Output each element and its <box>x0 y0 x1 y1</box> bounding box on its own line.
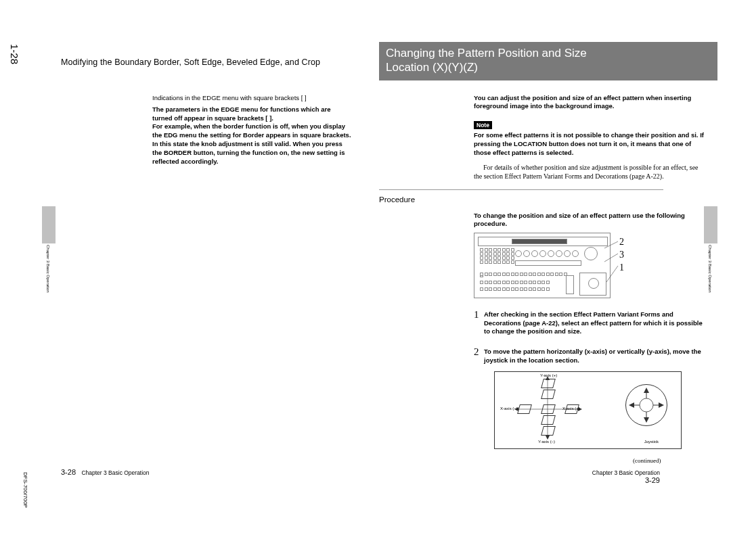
axis-x-plus: X-axis (+) <box>562 406 580 411</box>
edge-paragraph-2: For example, when the border function is… <box>152 122 352 140</box>
step-2-number: 2 <box>474 347 484 365</box>
note-tag: Note <box>474 121 492 129</box>
control-panel-icon <box>474 233 611 298</box>
device-illustration: 2 3 1 <box>474 233 704 298</box>
svg-marker-69 <box>659 402 664 408</box>
edge-paragraph-1: The parameters in the EDGE menu for func… <box>152 106 352 123</box>
step-1-text: After checking in the section Effect Pat… <box>484 310 704 335</box>
step-1-number: 1 <box>474 310 484 335</box>
step-2-text: To move the pattern horizontally (x-axis… <box>484 348 704 365</box>
footer-left-page: 3-28 <box>61 468 76 476</box>
joystick-label: Joystick <box>644 440 659 444</box>
callout-2: 2 <box>619 236 624 249</box>
footer-right: Chapter 3 Basic Operation 3-29 <box>582 469 660 484</box>
model-label-vertical: DFS-700/700P <box>22 472 28 508</box>
step-1: 1 After checking in the section Effect P… <box>474 310 704 335</box>
joystick-diagram: Y-axis (+) Y-axis (–) X-axis (–) X-axis … <box>494 371 682 449</box>
footer-right-chapter: Chapter 3 Basic Operation <box>592 469 660 476</box>
axis-x-minus: X-axis (–) <box>500 406 518 411</box>
joystick-icon <box>625 384 667 426</box>
svg-marker-66 <box>644 388 649 393</box>
footer-left-chapter: Chapter 3 Basic Operation <box>81 469 149 476</box>
axis-y-plus: Y-axis (+) <box>540 373 557 377</box>
edge-paragraph-3: In this state the knob adjustment is sti… <box>152 140 352 166</box>
callout-1: 1 <box>619 262 624 275</box>
footer-left: 3-28 Chapter 3 Basic Operation <box>61 468 150 476</box>
section-banner: Changing the Pattern Position and Size L… <box>379 42 717 80</box>
page-tab-vertical: 1-28 <box>9 44 20 64</box>
procedure-label: Procedure <box>379 195 714 204</box>
right-page: Changing the Pattern Position and Size L… <box>379 42 714 449</box>
intro-text: You can adjust the position and size of … <box>474 94 704 112</box>
svg-line-56 <box>604 241 618 248</box>
callout-3: 3 <box>619 249 624 262</box>
note-body: For some effect patterns it is not possi… <box>474 131 704 157</box>
edge-subheading: Indications in the EDGE menu with square… <box>152 94 352 103</box>
svg-line-58 <box>606 266 618 282</box>
svg-marker-68 <box>629 402 634 408</box>
detail-reference: For details of whether position and size… <box>474 163 704 181</box>
svg-marker-67 <box>644 417 649 423</box>
left-page-header: Modifying the Boundary Border, Soft Edge… <box>61 57 352 67</box>
banner-line1: Changing the Pattern Position and Size <box>386 46 711 60</box>
left-page: Modifying the Boundary Border, Soft Edge… <box>61 57 352 166</box>
svg-line-57 <box>604 254 618 262</box>
side-chapter-label-left: Chapter 3 Basic Operation <box>46 245 50 293</box>
banner-line2: Location (X)(Y)(Z) <box>386 60 711 74</box>
divider <box>379 189 663 190</box>
step-2: 2 To move the pattern horizontally (x-ax… <box>474 348 704 365</box>
procedure-intro: To change the position and size of an ef… <box>474 212 704 229</box>
continued-label: (continued) <box>633 457 661 464</box>
axis-y-minus: Y-axis (–) <box>538 440 555 444</box>
footer-right-page: 3-29 <box>645 476 660 484</box>
svg-point-65 <box>640 398 653 412</box>
grip-mark-left <box>42 206 56 243</box>
callout-numbers: 2 3 1 <box>619 236 624 275</box>
